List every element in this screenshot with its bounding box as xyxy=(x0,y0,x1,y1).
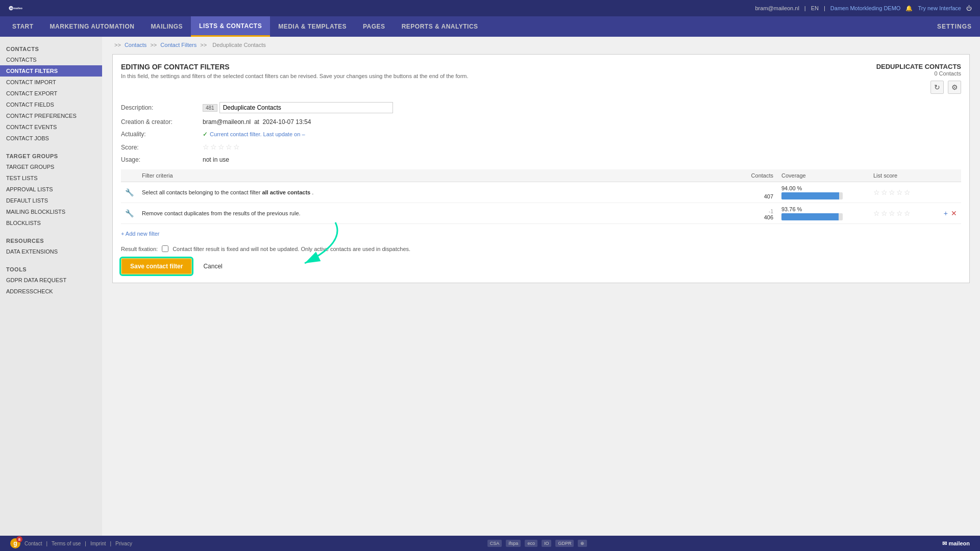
footer-certs: CSA ifspa eco IO GDPR ⊕ xyxy=(487,540,587,547)
settings-icon[interactable]: ⚙ xyxy=(948,81,961,94)
save-contact-filter-button[interactable]: Save contact filter xyxy=(121,258,192,274)
sidebar-item-test-lists[interactable]: TEST LISTS xyxy=(0,172,102,184)
sidebar-section-target: TARGET GROUPS xyxy=(0,149,102,161)
th-wrench xyxy=(121,169,138,182)
sidebar-item-contact-preferences[interactable]: CONTACT PREFERENCES xyxy=(0,110,102,121)
sidebar-item-addresscheck[interactable]: ADDRESSCHECK xyxy=(0,286,102,297)
creation-label: Creation & creator: xyxy=(121,118,203,126)
cert-ifspa: ifspa xyxy=(506,540,521,547)
main-content: >> Contacts >> Contact Filters >> Dedupl… xyxy=(102,37,980,536)
sidebar-section-tools: TOOLS xyxy=(0,262,102,274)
description-input[interactable] xyxy=(219,102,393,113)
breadcrumb-contact-filters[interactable]: Contact Filters xyxy=(160,42,197,48)
navbar-right: SETTINGS xyxy=(937,16,980,37)
sidebar-item-default-lists[interactable]: DEFAULT LISTS xyxy=(0,195,102,206)
sidebar-item-contact-import[interactable]: CONTACT IMPORT xyxy=(0,77,102,88)
creation-value: bram@maileon.nl at 2024-10-07 13:54 xyxy=(203,118,311,126)
nav-reports[interactable]: REPORTS & ANALYTICS xyxy=(394,16,486,37)
lang: EN xyxy=(811,5,819,11)
nav-start[interactable]: START xyxy=(4,16,42,37)
footer-privacy-link[interactable]: Privacy xyxy=(115,541,132,546)
sidebar-item-approval-lists[interactable]: APPROVAL LISTS xyxy=(0,184,102,195)
row2-coverage: 93.76 % xyxy=(777,203,869,224)
th-score: List score xyxy=(869,169,961,182)
row1-wrench[interactable]: 🔧 xyxy=(121,182,138,203)
score-stars[interactable]: ☆☆☆☆☆ xyxy=(203,143,241,151)
score-row: Score: ☆☆☆☆☆ xyxy=(121,143,961,151)
cert-csa: CSA xyxy=(487,540,502,547)
sidebar-item-contact-fields[interactable]: CONTACT FIELDS xyxy=(0,99,102,110)
svg-text:maileon: maileon xyxy=(13,7,22,10)
account-link[interactable]: Damen Motorkleding DEMO xyxy=(830,5,901,11)
footer-left: g 8 Contact | Terms of use | Imprint | P… xyxy=(10,538,132,548)
footer-terms-link[interactable]: Terms of use xyxy=(52,541,81,546)
fixation-checkbox[interactable] xyxy=(162,245,168,252)
nav-mailings[interactable]: MAILINGS xyxy=(142,16,191,37)
sidebar-section-resources: RESOURCES xyxy=(0,234,102,246)
wrench-icon-2[interactable]: 🔧 xyxy=(125,209,134,217)
sidebar-item-gdpr[interactable]: GDPR DATA REQUEST xyxy=(0,274,102,286)
row2-score: ☆☆☆☆☆ + ✕ xyxy=(869,203,961,224)
sidebar-item-mailing-blocklists[interactable]: MAILING BLOCKLISTS xyxy=(0,206,102,217)
row1-criteria: Select all contacts belonging to the con… xyxy=(138,182,737,203)
remove-row-icon[interactable]: ✕ xyxy=(951,209,957,217)
row2-stars[interactable]: ☆☆☆☆☆ xyxy=(873,209,912,217)
sidebar-item-contact-events[interactable]: CONTACT EVENTS xyxy=(0,121,102,133)
score-label: Score: xyxy=(121,144,203,151)
nav-media-templates[interactable]: MEDIA & TEMPLATES xyxy=(270,16,355,37)
footer-imprint-link[interactable]: Imprint xyxy=(90,541,106,546)
row2-coverage-bar xyxy=(781,213,843,220)
cancel-button[interactable]: Cancel xyxy=(198,259,227,273)
description-row: Description: 481 xyxy=(121,102,961,113)
dedup-title: DEDUPLICATE CONTACTS xyxy=(876,63,961,70)
usage-value: not in use xyxy=(203,156,229,163)
sidebar-item-target-groups[interactable]: TARGET GROUPS xyxy=(0,161,102,172)
refresh-icon[interactable]: ↻ xyxy=(930,81,944,94)
logo: m maileon xyxy=(8,3,22,14)
sidebar-item-contacts[interactable]: CONTACTS xyxy=(0,54,102,65)
sidebar-item-data-extensions[interactable]: DATA EXTENSIONS xyxy=(0,246,102,257)
description-label: Description: xyxy=(121,104,203,111)
sidebar-item-contact-filters[interactable]: CONTACT FILTERS xyxy=(0,65,102,77)
footer-g-icon: g 8 xyxy=(10,538,20,548)
settings-button[interactable]: SETTINGS xyxy=(937,23,972,30)
usage-row: Usage: not in use xyxy=(121,156,961,163)
creation-row: Creation & creator: bram@maileon.nl at 2… xyxy=(121,118,961,126)
usage-label: Usage: xyxy=(121,156,203,163)
sidebar-item-blocklists[interactable]: BLOCKLISTS xyxy=(0,217,102,229)
add-filter-link[interactable]: + Add new filter xyxy=(121,231,160,237)
add-row-icon[interactable]: + xyxy=(944,209,948,217)
breadcrumb: >> Contacts >> Contact Filters >> Dedupl… xyxy=(112,42,970,48)
actuality-link[interactable]: Current contact filter. Last update on – xyxy=(210,131,305,137)
row1-stars[interactable]: ☆☆☆☆☆ xyxy=(873,188,912,196)
navbar: START MARKETING AUTOMATION MAILINGS LIST… xyxy=(0,16,980,37)
sidebar-section-contacts: CONTACTS xyxy=(0,42,102,54)
actuality-label: Actuality: xyxy=(121,131,203,138)
try-new-interface-link[interactable]: Try new Interface xyxy=(918,5,961,11)
row2-actions: + ✕ xyxy=(944,209,957,217)
row1-coverage-fill xyxy=(781,192,839,199)
breadcrumb-contacts[interactable]: Contacts xyxy=(125,42,146,48)
fixation-text: Contact filter result is fixed and will … xyxy=(173,246,410,252)
th-coverage: Coverage xyxy=(777,169,869,182)
sidebar-item-contact-jobs[interactable]: CONTACT JOBS xyxy=(0,133,102,144)
content-area: EDITING OF CONTACT FILTERS In this field… xyxy=(112,54,970,283)
sidebar-item-contact-export[interactable]: CONTACT EXPORT xyxy=(0,88,102,99)
nav-pages[interactable]: PAGES xyxy=(355,16,394,37)
nav-marketing-automation[interactable]: MARKETING AUTOMATION xyxy=(42,16,143,37)
add-filter-row: + Add new filter xyxy=(121,230,961,237)
row2-contacts-num: 406 xyxy=(741,214,773,220)
wrench-icon[interactable]: 🔧 xyxy=(125,188,134,196)
footer-contact-link[interactable]: Contact xyxy=(24,541,42,546)
buttons-row: Save contact filter Cancel xyxy=(121,258,961,274)
row2-wrench[interactable]: 🔧 xyxy=(121,203,138,224)
table-row: 🔧 Select all contacts belonging to the c… xyxy=(121,182,961,203)
row1-score: ☆☆☆☆☆ xyxy=(869,182,961,203)
row2-contacts-diff: -1 xyxy=(741,209,773,214)
dedup-panel: DEDUPLICATE CONTACTS 0 Contacts ↻ ⚙ xyxy=(876,63,961,94)
editing-section: EDITING OF CONTACT FILTERS In this field… xyxy=(121,63,469,79)
row2-coverage-fill xyxy=(781,213,839,220)
row1-bold: all active contacts xyxy=(262,189,310,195)
row2-coverage-label: 93.76 % xyxy=(781,206,865,212)
nav-lists-contacts[interactable]: LISTS & CONTACTS xyxy=(191,16,270,37)
